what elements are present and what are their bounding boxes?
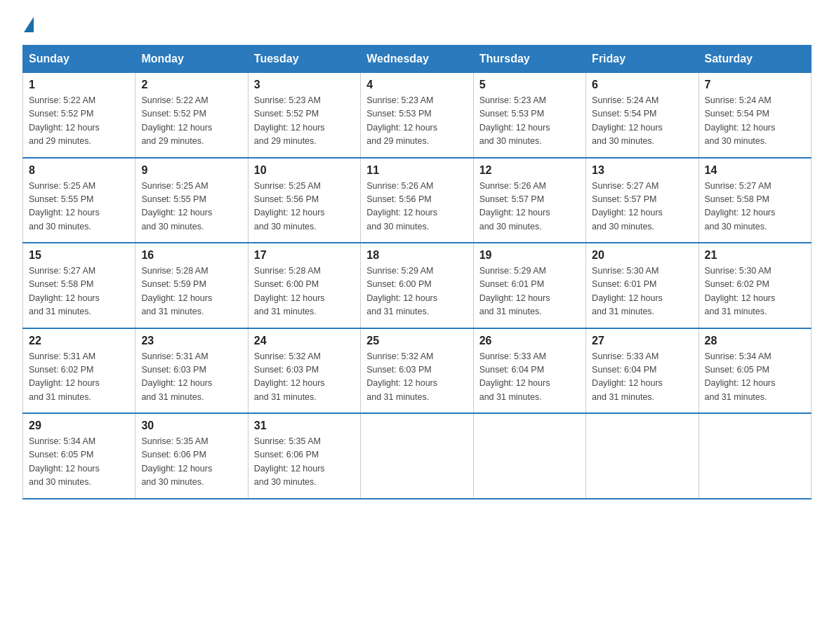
calendar-day-cell: 31 Sunrise: 5:35 AM Sunset: 6:06 PM Dayl… — [248, 413, 360, 499]
day-info: Sunrise: 5:24 AM Sunset: 5:54 PM Dayligh… — [705, 94, 805, 149]
day-number: 14 — [705, 164, 805, 177]
day-of-week-header: Wednesday — [361, 46, 473, 73]
day-info: Sunrise: 5:26 AM Sunset: 5:56 PM Dayligh… — [366, 180, 467, 234]
day-info: Sunrise: 5:32 AM Sunset: 6:03 PM Dayligh… — [254, 350, 355, 405]
calendar-day-cell: 3 Sunrise: 5:23 AM Sunset: 5:52 PM Dayli… — [248, 73, 360, 158]
day-info: Sunrise: 5:26 AM Sunset: 5:57 PM Dayligh… — [479, 180, 580, 234]
calendar-day-cell — [586, 413, 699, 499]
day-info: Sunrise: 5:30 AM Sunset: 6:01 PM Dayligh… — [592, 264, 692, 319]
day-info: Sunrise: 5:23 AM Sunset: 5:52 PM Dayligh… — [254, 94, 355, 149]
day-number: 12 — [479, 164, 580, 177]
day-number: 7 — [705, 79, 805, 91]
calendar-day-cell: 8 Sunrise: 5:25 AM Sunset: 5:55 PM Dayli… — [23, 158, 135, 243]
calendar-day-cell: 15 Sunrise: 5:27 AM Sunset: 5:58 PM Dayl… — [23, 243, 135, 328]
day-info: Sunrise: 5:27 AM Sunset: 5:58 PM Dayligh… — [29, 264, 129, 319]
calendar-day-cell: 10 Sunrise: 5:25 AM Sunset: 5:56 PM Dayl… — [248, 158, 360, 243]
day-of-week-header: Sunday — [23, 46, 135, 73]
day-number: 21 — [705, 249, 805, 262]
day-number: 19 — [479, 249, 580, 262]
calendar-table: SundayMondayTuesdayWednesdayThursdayFrid… — [22, 45, 812, 499]
calendar-header-row: SundayMondayTuesdayWednesdayThursdayFrid… — [23, 46, 812, 73]
day-number: 16 — [141, 249, 241, 262]
day-info: Sunrise: 5:28 AM Sunset: 5:59 PM Dayligh… — [141, 264, 241, 319]
calendar-day-cell: 7 Sunrise: 5:24 AM Sunset: 5:54 PM Dayli… — [699, 73, 811, 158]
calendar-day-cell: 16 Sunrise: 5:28 AM Sunset: 5:59 PM Dayl… — [135, 243, 248, 328]
calendar-day-cell: 20 Sunrise: 5:30 AM Sunset: 6:01 PM Dayl… — [586, 243, 699, 328]
calendar-day-cell: 18 Sunrise: 5:29 AM Sunset: 6:00 PM Dayl… — [361, 243, 473, 328]
day-info: Sunrise: 5:23 AM Sunset: 5:53 PM Dayligh… — [479, 94, 580, 149]
day-number: 29 — [29, 420, 129, 432]
day-info: Sunrise: 5:29 AM Sunset: 6:01 PM Dayligh… — [479, 264, 580, 319]
day-number: 11 — [366, 164, 467, 177]
calendar-week-row: 8 Sunrise: 5:25 AM Sunset: 5:55 PM Dayli… — [23, 158, 812, 243]
day-info: Sunrise: 5:27 AM Sunset: 5:58 PM Dayligh… — [705, 180, 805, 234]
day-number: 22 — [29, 335, 129, 347]
day-number: 18 — [366, 249, 467, 262]
calendar-week-row: 1 Sunrise: 5:22 AM Sunset: 5:52 PM Dayli… — [23, 73, 812, 158]
day-info: Sunrise: 5:35 AM Sunset: 6:06 PM Dayligh… — [141, 435, 241, 490]
day-of-week-header: Tuesday — [248, 46, 360, 73]
calendar-day-cell: 2 Sunrise: 5:22 AM Sunset: 5:52 PM Dayli… — [135, 73, 248, 158]
page-header — [22, 17, 812, 31]
day-info: Sunrise: 5:33 AM Sunset: 6:04 PM Dayligh… — [592, 350, 692, 405]
day-info: Sunrise: 5:25 AM Sunset: 5:56 PM Dayligh… — [254, 180, 355, 234]
day-number: 10 — [254, 164, 355, 177]
day-number: 9 — [141, 164, 241, 177]
calendar-day-cell: 23 Sunrise: 5:31 AM Sunset: 6:03 PM Dayl… — [135, 328, 248, 414]
calendar-day-cell: 26 Sunrise: 5:33 AM Sunset: 6:04 PM Dayl… — [473, 328, 585, 414]
day-number: 27 — [592, 335, 692, 347]
calendar-day-cell: 11 Sunrise: 5:26 AM Sunset: 5:56 PM Dayl… — [361, 158, 473, 243]
day-number: 5 — [479, 79, 580, 91]
day-number: 2 — [141, 79, 241, 91]
day-info: Sunrise: 5:35 AM Sunset: 6:06 PM Dayligh… — [254, 435, 355, 490]
day-number: 26 — [479, 335, 580, 347]
day-of-week-header: Saturday — [699, 46, 811, 73]
day-number: 4 — [366, 79, 467, 91]
calendar-day-cell: 12 Sunrise: 5:26 AM Sunset: 5:57 PM Dayl… — [473, 158, 585, 243]
day-info: Sunrise: 5:34 AM Sunset: 6:05 PM Dayligh… — [29, 435, 129, 490]
day-number: 13 — [592, 164, 692, 177]
day-info: Sunrise: 5:32 AM Sunset: 6:03 PM Dayligh… — [366, 350, 467, 405]
calendar-day-cell: 21 Sunrise: 5:30 AM Sunset: 6:02 PM Dayl… — [699, 243, 811, 328]
day-info: Sunrise: 5:30 AM Sunset: 6:02 PM Dayligh… — [705, 264, 805, 319]
day-number: 8 — [29, 164, 129, 177]
calendar-day-cell: 19 Sunrise: 5:29 AM Sunset: 6:01 PM Dayl… — [473, 243, 585, 328]
calendar-day-cell: 17 Sunrise: 5:28 AM Sunset: 6:00 PM Dayl… — [248, 243, 360, 328]
day-number: 3 — [254, 79, 355, 91]
calendar-day-cell: 29 Sunrise: 5:34 AM Sunset: 6:05 PM Dayl… — [23, 413, 135, 499]
calendar-day-cell — [361, 413, 473, 499]
calendar-day-cell: 9 Sunrise: 5:25 AM Sunset: 5:55 PM Dayli… — [135, 158, 248, 243]
day-info: Sunrise: 5:33 AM Sunset: 6:04 PM Dayligh… — [479, 350, 580, 405]
day-number: 30 — [141, 420, 241, 432]
day-number: 25 — [366, 335, 467, 347]
calendar-week-row: 29 Sunrise: 5:34 AM Sunset: 6:05 PM Dayl… — [23, 413, 812, 499]
day-of-week-header: Friday — [586, 46, 699, 73]
day-info: Sunrise: 5:29 AM Sunset: 6:00 PM Dayligh… — [366, 264, 467, 319]
day-info: Sunrise: 5:25 AM Sunset: 5:55 PM Dayligh… — [29, 180, 129, 234]
day-info: Sunrise: 5:24 AM Sunset: 5:54 PM Dayligh… — [592, 94, 692, 149]
day-of-week-header: Monday — [135, 46, 248, 73]
calendar-day-cell: 13 Sunrise: 5:27 AM Sunset: 5:57 PM Dayl… — [586, 158, 699, 243]
calendar-day-cell: 6 Sunrise: 5:24 AM Sunset: 5:54 PM Dayli… — [586, 73, 699, 158]
day-info: Sunrise: 5:22 AM Sunset: 5:52 PM Dayligh… — [141, 94, 241, 149]
day-number: 15 — [29, 249, 129, 262]
calendar-day-cell: 14 Sunrise: 5:27 AM Sunset: 5:58 PM Dayl… — [699, 158, 811, 243]
calendar-week-row: 15 Sunrise: 5:27 AM Sunset: 5:58 PM Dayl… — [23, 243, 812, 328]
day-number: 17 — [254, 249, 355, 262]
calendar-day-cell: 24 Sunrise: 5:32 AM Sunset: 6:03 PM Dayl… — [248, 328, 360, 414]
calendar-day-cell: 4 Sunrise: 5:23 AM Sunset: 5:53 PM Dayli… — [361, 73, 473, 158]
calendar-day-cell: 5 Sunrise: 5:23 AM Sunset: 5:53 PM Dayli… — [473, 73, 585, 158]
day-number: 20 — [592, 249, 692, 262]
calendar-day-cell — [699, 413, 811, 499]
day-info: Sunrise: 5:28 AM Sunset: 6:00 PM Dayligh… — [254, 264, 355, 319]
day-info: Sunrise: 5:34 AM Sunset: 6:05 PM Dayligh… — [705, 350, 805, 405]
day-of-week-header: Thursday — [473, 46, 585, 73]
day-info: Sunrise: 5:31 AM Sunset: 6:02 PM Dayligh… — [29, 350, 129, 405]
calendar-day-cell: 27 Sunrise: 5:33 AM Sunset: 6:04 PM Dayl… — [586, 328, 699, 414]
day-number: 23 — [141, 335, 241, 347]
day-number: 31 — [254, 420, 355, 432]
calendar-day-cell: 28 Sunrise: 5:34 AM Sunset: 6:05 PM Dayl… — [699, 328, 811, 414]
day-info: Sunrise: 5:22 AM Sunset: 5:52 PM Dayligh… — [29, 94, 129, 149]
day-info: Sunrise: 5:27 AM Sunset: 5:57 PM Dayligh… — [592, 180, 692, 234]
day-info: Sunrise: 5:23 AM Sunset: 5:53 PM Dayligh… — [366, 94, 467, 149]
